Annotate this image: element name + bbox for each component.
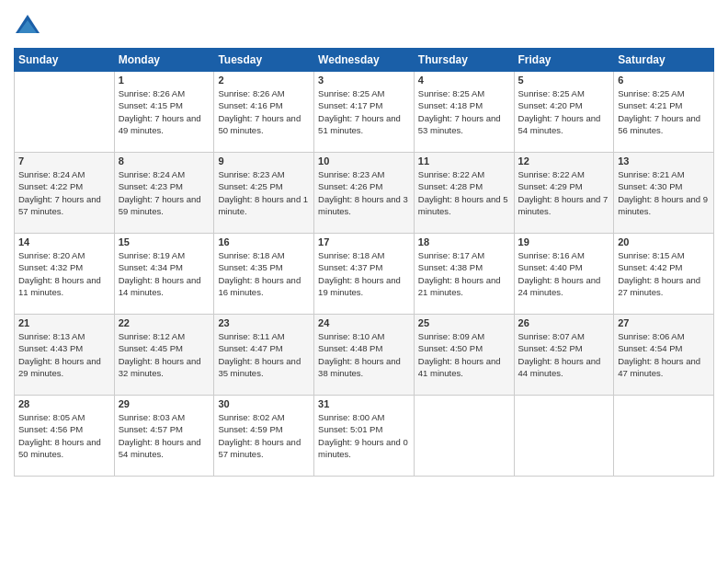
sunset: Sunset: 4:15 PM [119, 100, 183, 110]
sunset: Sunset: 4:38 PM [418, 262, 483, 272]
calendar-cell: 16Sunrise: 8:18 AMSunset: 4:35 PMDayligh… [214, 234, 314, 315]
header-row: SundayMondayTuesdayWednesdayThursdayFrid… [15, 49, 714, 72]
sunrise: Sunrise: 8:03 AM [119, 412, 185, 422]
day-info: Sunrise: 8:22 AMSunset: 4:28 PMDaylight:… [418, 168, 510, 217]
day-number: 20 [618, 236, 710, 247]
calendar-cell: 11Sunrise: 8:22 AMSunset: 4:28 PMDayligh… [414, 153, 514, 234]
day-number: 26 [518, 317, 610, 328]
daylight: Daylight: 8 hours and 27 minutes. [618, 275, 700, 297]
sunset: Sunset: 4:43 PM [18, 343, 83, 353]
sunset: Sunset: 5:01 PM [318, 424, 382, 434]
calendar-cell: 3Sunrise: 8:25 AMSunset: 4:17 PMDaylight… [314, 72, 415, 153]
day-info: Sunrise: 8:25 AMSunset: 4:18 PMDaylight:… [418, 87, 510, 136]
sunrise: Sunrise: 8:18 AM [318, 250, 384, 260]
daylight: Daylight: 7 hours and 53 minutes. [418, 113, 501, 135]
sunrise: Sunrise: 8:25 AM [418, 88, 484, 98]
day-number: 14 [18, 236, 110, 247]
daylight: Daylight: 8 hours and 19 minutes. [318, 275, 401, 297]
calendar-cell: 14Sunrise: 8:20 AMSunset: 4:32 PMDayligh… [15, 234, 115, 315]
calendar-cell: 31Sunrise: 8:00 AMSunset: 5:01 PMDayligh… [314, 396, 415, 477]
sunrise: Sunrise: 8:10 AM [318, 331, 384, 341]
day-info: Sunrise: 8:25 AMSunset: 4:21 PMDaylight:… [618, 87, 710, 136]
day-number: 6 [618, 75, 710, 86]
weekday-header: Friday [514, 49, 614, 72]
sunrise: Sunrise: 8:12 AM [119, 331, 185, 341]
day-number: 23 [218, 317, 310, 328]
calendar-cell: 29Sunrise: 8:03 AMSunset: 4:57 PMDayligh… [114, 396, 214, 477]
day-number: 25 [418, 317, 510, 328]
calendar-table: SundayMondayTuesdayWednesdayThursdayFrid… [14, 48, 714, 477]
day-number: 1 [119, 75, 210, 86]
sunrise: Sunrise: 8:25 AM [318, 88, 384, 98]
day-number: 3 [318, 75, 410, 86]
calendar-cell: 5Sunrise: 8:25 AMSunset: 4:20 PMDaylight… [514, 72, 614, 153]
day-info: Sunrise: 8:03 AMSunset: 4:57 PMDaylight:… [119, 411, 210, 460]
sunset: Sunset: 4:54 PM [618, 343, 682, 353]
daylight: Daylight: 8 hours and 1 minute. [218, 194, 308, 216]
sunset: Sunset: 4:47 PM [218, 343, 282, 353]
sunrise: Sunrise: 8:22 AM [418, 169, 484, 179]
header [14, 9, 714, 40]
calendar-cell: 21Sunrise: 8:13 AMSunset: 4:43 PMDayligh… [15, 315, 115, 396]
calendar-cell: 10Sunrise: 8:23 AMSunset: 4:26 PMDayligh… [314, 153, 415, 234]
calendar-week-row: 1Sunrise: 8:26 AMSunset: 4:15 PMDaylight… [15, 72, 714, 153]
calendar-cell [15, 72, 115, 153]
day-info: Sunrise: 8:07 AMSunset: 4:52 PMDaylight:… [518, 330, 610, 379]
day-number: 10 [318, 155, 410, 167]
calendar-cell: 30Sunrise: 8:02 AMSunset: 4:59 PMDayligh… [214, 396, 314, 477]
day-number: 8 [119, 155, 210, 167]
weekday-header: Sunday [15, 49, 115, 72]
logo-icon [14, 13, 41, 40]
weekday-header: Wednesday [314, 49, 415, 72]
sunset: Sunset: 4:20 PM [518, 100, 583, 110]
calendar-cell: 12Sunrise: 8:22 AMSunset: 4:29 PMDayligh… [514, 153, 614, 234]
day-info: Sunrise: 8:22 AMSunset: 4:29 PMDaylight:… [518, 168, 610, 217]
daylight: Daylight: 8 hours and 14 minutes. [119, 275, 201, 297]
calendar-cell: 22Sunrise: 8:12 AMSunset: 4:45 PMDayligh… [114, 315, 214, 396]
calendar-cell: 19Sunrise: 8:16 AMSunset: 4:40 PMDayligh… [514, 234, 614, 315]
day-info: Sunrise: 8:15 AMSunset: 4:42 PMDaylight:… [618, 249, 710, 298]
sunrise: Sunrise: 8:06 AM [618, 331, 684, 341]
sunset: Sunset: 4:22 PM [18, 181, 83, 191]
daylight: Daylight: 8 hours and 21 minutes. [418, 275, 501, 297]
sunrise: Sunrise: 8:02 AM [218, 412, 284, 422]
daylight: Daylight: 8 hours and 24 minutes. [518, 275, 601, 297]
day-info: Sunrise: 8:05 AMSunset: 4:56 PMDaylight:… [18, 411, 110, 460]
calendar-cell [514, 396, 614, 477]
calendar-cell: 15Sunrise: 8:19 AMSunset: 4:34 PMDayligh… [114, 234, 214, 315]
day-number: 16 [218, 236, 310, 247]
day-info: Sunrise: 8:26 AMSunset: 4:15 PMDaylight:… [119, 87, 210, 136]
sunrise: Sunrise: 8:22 AM [518, 169, 585, 179]
calendar-cell [414, 396, 514, 477]
daylight: Daylight: 8 hours and 41 minutes. [418, 356, 501, 378]
sunrise: Sunrise: 8:23 AM [318, 169, 384, 179]
calendar-cell: 9Sunrise: 8:23 AMSunset: 4:25 PMDaylight… [214, 153, 314, 234]
day-info: Sunrise: 8:23 AMSunset: 4:25 PMDaylight:… [218, 168, 310, 217]
daylight: Daylight: 8 hours and 3 minutes. [318, 194, 408, 216]
day-info: Sunrise: 8:25 AMSunset: 4:20 PMDaylight:… [518, 87, 610, 136]
calendar-cell: 20Sunrise: 8:15 AMSunset: 4:42 PMDayligh… [614, 234, 714, 315]
day-number: 28 [18, 398, 110, 409]
sunset: Sunset: 4:25 PM [218, 181, 282, 191]
daylight: Daylight: 8 hours and 35 minutes. [218, 356, 301, 378]
daylight: Daylight: 7 hours and 50 minutes. [218, 113, 301, 135]
sunset: Sunset: 4:50 PM [418, 343, 483, 353]
sunset: Sunset: 4:23 PM [119, 181, 183, 191]
daylight: Daylight: 8 hours and 29 minutes. [18, 356, 101, 378]
sunrise: Sunrise: 8:09 AM [418, 331, 484, 341]
daylight: Daylight: 7 hours and 56 minutes. [618, 113, 700, 135]
day-info: Sunrise: 8:20 AMSunset: 4:32 PMDaylight:… [18, 249, 110, 298]
daylight: Daylight: 8 hours and 16 minutes. [218, 275, 301, 297]
day-number: 18 [418, 236, 510, 247]
sunset: Sunset: 4:34 PM [119, 262, 183, 272]
day-number: 15 [119, 236, 210, 247]
day-number: 9 [218, 155, 310, 167]
weekday-header: Saturday [614, 49, 714, 72]
sunset: Sunset: 4:21 PM [618, 100, 682, 110]
sunrise: Sunrise: 8:07 AM [518, 331, 585, 341]
sunset: Sunset: 4:26 PM [318, 181, 382, 191]
day-info: Sunrise: 8:24 AMSunset: 4:23 PMDaylight:… [119, 168, 210, 217]
day-number: 4 [418, 75, 510, 86]
sunset: Sunset: 4:29 PM [518, 181, 583, 191]
sunrise: Sunrise: 8:11 AM [218, 331, 284, 341]
